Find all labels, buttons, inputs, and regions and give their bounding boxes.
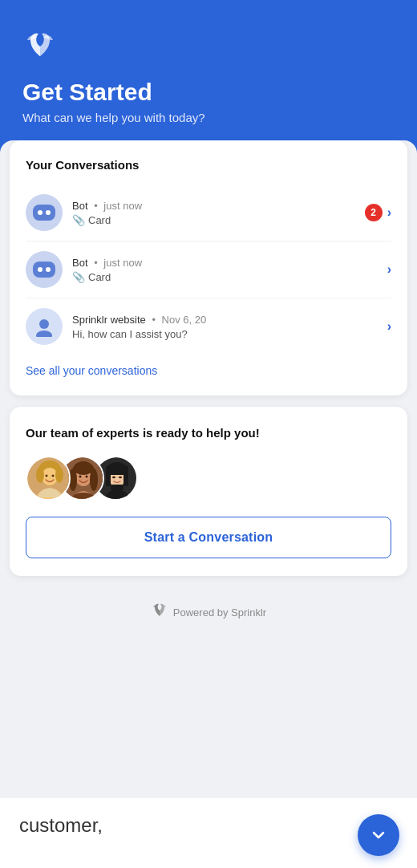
conversation-item[interactable]: Bot • just now 📎 Card 2 › xyxy=(26,185,391,241)
svg-point-4 xyxy=(42,468,58,485)
conversation-item[interactable]: Bot • just now 📎 Card › xyxy=(26,241,391,298)
conv-meta: Bot • just now xyxy=(72,257,381,269)
svg-rect-23 xyxy=(106,465,128,475)
user-avatar xyxy=(26,308,63,345)
page-title: Get Started xyxy=(22,79,395,106)
conv-content: Sprinklr website • Nov 6, 20 Hi, how can… xyxy=(72,314,381,340)
header-subtitle: What can we help you with today? xyxy=(22,111,395,124)
conversation-item[interactable]: Sprinklr website • Nov 6, 20 Hi, how can… xyxy=(26,298,391,355)
conv-name: Sprinklr website xyxy=(72,314,146,326)
conv-name: Bot xyxy=(72,200,88,212)
experts-card: Our team of experts is ready to help you… xyxy=(10,407,407,576)
bot-avatar xyxy=(26,194,63,231)
header: Get Started What can we help you with to… xyxy=(0,0,417,156)
conv-preview-text: Hi, how can I assist you? xyxy=(72,328,188,340)
svg-point-25 xyxy=(119,477,122,478)
svg-point-17 xyxy=(86,476,88,478)
attachment-icon: 📎 xyxy=(72,271,85,283)
experts-title: Our team of experts is ready to help you… xyxy=(26,424,391,441)
svg-point-0 xyxy=(39,319,49,329)
main-content: Your Conversations Bot • just now 📎 Card… xyxy=(0,140,417,862)
svg-point-5 xyxy=(36,467,44,483)
attachment-icon: 📎 xyxy=(72,214,85,226)
svg-point-8 xyxy=(52,475,55,477)
chevron-right-icon: › xyxy=(387,319,391,334)
conv-preview: Hi, how can I assist you? xyxy=(72,328,381,340)
conv-content: Bot • just now 📎 Card xyxy=(72,257,381,283)
bot-icon xyxy=(33,262,55,278)
svg-rect-26 xyxy=(111,485,123,491)
bot-avatar xyxy=(26,251,63,288)
conv-preview-text: Card xyxy=(88,271,111,283)
background-page-content: customer, xyxy=(0,798,417,868)
see-all-conversations-link[interactable]: See all your conversations xyxy=(26,364,157,377)
powered-by-footer: Powered by Sprinklr xyxy=(10,587,407,638)
user-icon xyxy=(34,316,55,337)
conv-preview: 📎 Card xyxy=(72,271,381,283)
conv-right: › xyxy=(387,262,391,277)
conv-time: just now xyxy=(103,257,142,269)
conv-name: Bot xyxy=(72,257,88,269)
svg-point-6 xyxy=(55,467,63,483)
svg-point-24 xyxy=(112,477,115,478)
header-logo-icon xyxy=(22,29,395,67)
conv-preview-text: Card xyxy=(88,214,111,226)
conv-right: 2 › xyxy=(365,204,391,221)
experts-avatars xyxy=(26,456,391,501)
conv-time: just now xyxy=(103,200,142,212)
chevron-down-icon xyxy=(369,825,388,845)
svg-point-16 xyxy=(79,476,82,478)
start-conversation-button[interactable]: Start a Conversation xyxy=(26,517,391,558)
conv-right: › xyxy=(387,319,391,334)
svg-point-15 xyxy=(74,462,93,475)
conversations-title: Your Conversations xyxy=(26,158,391,172)
conv-content: Bot • just now 📎 Card xyxy=(72,200,358,226)
svg-point-1 xyxy=(36,331,52,337)
svg-point-7 xyxy=(46,475,48,477)
bot-icon xyxy=(33,205,55,221)
conv-meta: Sprinklr website • Nov 6, 20 xyxy=(72,314,381,326)
conv-meta: Bot • just now xyxy=(72,200,358,212)
background-text: customer, xyxy=(19,814,103,836)
conv-preview: 📎 Card xyxy=(72,214,358,226)
sprinklr-logo-icon xyxy=(151,602,168,623)
chevron-right-icon: › xyxy=(387,262,391,277)
collapse-button[interactable] xyxy=(358,814,399,856)
chevron-right-icon: › xyxy=(387,205,391,220)
expert-avatar xyxy=(26,456,71,501)
conv-time: Nov 6, 20 xyxy=(162,314,207,326)
powered-by-text: Powered by Sprinklr xyxy=(173,606,266,619)
unread-badge: 2 xyxy=(365,204,383,221)
conversations-card: Your Conversations Bot • just now 📎 Card… xyxy=(10,140,407,395)
